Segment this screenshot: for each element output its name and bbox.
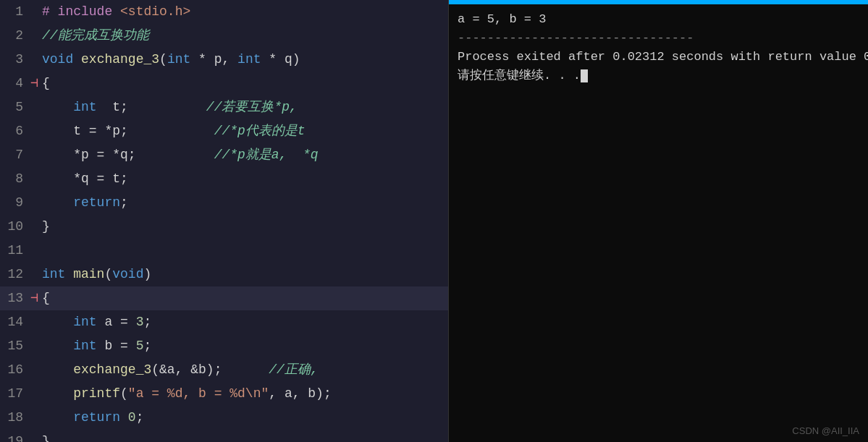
code-line: 10} bbox=[0, 215, 448, 239]
code-line: 18 return 0; bbox=[0, 406, 448, 430]
line-number: 13 bbox=[0, 286, 30, 310]
token: * p, bbox=[190, 52, 237, 67]
line-marker bbox=[30, 0, 39, 24]
terminal-process-line: Process exited after 0.02312 seconds wit… bbox=[458, 48, 859, 67]
token bbox=[42, 315, 73, 329]
token bbox=[42, 195, 73, 210]
terminal-prompt-line: 请按任意键继续. . . bbox=[458, 67, 859, 85]
token: return bbox=[73, 195, 120, 210]
token: { bbox=[42, 291, 50, 305]
line-number: 6 bbox=[0, 119, 30, 143]
token: b = bbox=[97, 339, 136, 353]
token: ( bbox=[159, 52, 167, 67]
token: # bbox=[42, 4, 58, 19]
line-marker bbox=[30, 48, 39, 72]
token: int bbox=[42, 267, 65, 281]
watermark: CSDN @AII_IIA bbox=[792, 425, 859, 436]
line-number: 2 bbox=[0, 24, 30, 48]
token: t = *p; bbox=[42, 124, 128, 138]
line-content: int a = 3; bbox=[39, 310, 448, 334]
token: exchange_3 bbox=[73, 362, 151, 377]
line-number: 5 bbox=[0, 95, 30, 119]
code-line: 6 t = *p; //*p代表的是t bbox=[0, 119, 448, 143]
editor-panel: 1# include <stdio.h>2//能完成互换功能3void exch… bbox=[0, 0, 449, 442]
terminal-cursor bbox=[581, 69, 588, 82]
token: return bbox=[73, 410, 120, 425]
line-content: { bbox=[39, 286, 448, 310]
token bbox=[42, 339, 73, 353]
code-line: 19} bbox=[0, 430, 448, 442]
code-line: 16 exchange_3(&a, &b); //正确, bbox=[0, 358, 448, 382]
line-content: *q = t; bbox=[39, 167, 448, 191]
token: //若要互换*p, bbox=[128, 100, 298, 114]
line-marker bbox=[30, 24, 39, 48]
token: //*p代表的是t bbox=[128, 124, 306, 138]
code-container: 1# include <stdio.h>2//能完成互换功能3void exch… bbox=[0, 0, 448, 442]
token: int bbox=[167, 52, 190, 67]
code-line: 12int main(void) bbox=[0, 263, 448, 286]
token: (&a, &b); bbox=[151, 362, 222, 377]
line-number: 12 bbox=[0, 263, 30, 286]
line-marker bbox=[30, 143, 39, 167]
line-content: # include <stdio.h> bbox=[39, 0, 448, 24]
code-line: 13⊣{ bbox=[0, 286, 448, 310]
line-marker bbox=[30, 215, 39, 239]
line-marker bbox=[30, 119, 39, 143]
token: ; bbox=[143, 315, 151, 329]
line-number: 17 bbox=[0, 382, 30, 406]
line-number: 15 bbox=[0, 334, 30, 358]
line-number: 19 bbox=[0, 430, 30, 442]
terminal-output-line1: a = 5, b = 3 bbox=[458, 10, 859, 29]
line-marker bbox=[30, 406, 39, 430]
token: <stdio.h> bbox=[112, 4, 190, 19]
line-marker bbox=[30, 263, 39, 286]
token: 3 bbox=[136, 315, 144, 329]
token: , a, b); bbox=[269, 386, 331, 401]
token: ( bbox=[120, 386, 128, 401]
code-line: 9 return; bbox=[0, 191, 448, 215]
token: ; bbox=[136, 410, 144, 425]
line-number: 16 bbox=[0, 358, 30, 382]
token: 0 bbox=[128, 410, 136, 425]
line-number: 4 bbox=[0, 72, 30, 95]
code-line: 4⊣{ bbox=[0, 72, 448, 95]
terminal-content: a = 5, b = 3 ---------------------------… bbox=[449, 4, 868, 91]
token: *p = *q; bbox=[42, 148, 136, 162]
line-number: 7 bbox=[0, 143, 30, 167]
token: t; bbox=[97, 100, 128, 114]
token: *q = t; bbox=[42, 171, 128, 186]
line-number: 1 bbox=[0, 0, 30, 24]
line-content: return 0; bbox=[39, 406, 448, 430]
code-line: 14 int a = 3; bbox=[0, 310, 448, 334]
line-content: t = *p; //*p代表的是t bbox=[39, 119, 448, 143]
line-content: //能完成互换功能 bbox=[39, 24, 448, 48]
line-number: 18 bbox=[0, 406, 30, 430]
token: //*p就是a, *q bbox=[136, 148, 319, 162]
line-number: 10 bbox=[0, 215, 30, 239]
line-content: printf("a = %d, b = %d\n", a, b); bbox=[39, 382, 448, 406]
line-number: 9 bbox=[0, 191, 30, 215]
line-marker bbox=[30, 95, 39, 119]
line-number: 3 bbox=[0, 48, 30, 72]
token: ) bbox=[143, 267, 151, 281]
code-line: 2//能完成互换功能 bbox=[0, 24, 448, 48]
code-line: 3void exchange_3(int * p, int * q) bbox=[0, 48, 448, 72]
line-marker bbox=[30, 358, 39, 382]
line-content bbox=[39, 239, 448, 263]
line-number: 8 bbox=[0, 167, 30, 191]
token: { bbox=[42, 76, 50, 90]
token: main bbox=[73, 267, 104, 281]
token bbox=[42, 386, 73, 401]
token: * q) bbox=[261, 52, 300, 67]
line-number: 11 bbox=[0, 239, 30, 263]
token bbox=[42, 410, 73, 425]
line-marker bbox=[30, 167, 39, 191]
code-line: 5 int t; //若要互换*p, bbox=[0, 95, 448, 119]
line-content: int main(void) bbox=[39, 263, 448, 286]
terminal-panel: a = 5, b = 3 ---------------------------… bbox=[449, 0, 868, 442]
code-line: 17 printf("a = %d, b = %d\n", a, b); bbox=[0, 382, 448, 406]
line-content: } bbox=[39, 215, 448, 239]
line-content: int t; //若要互换*p, bbox=[39, 95, 448, 119]
token: a = bbox=[97, 315, 136, 329]
line-content: int b = 5; bbox=[39, 334, 448, 358]
